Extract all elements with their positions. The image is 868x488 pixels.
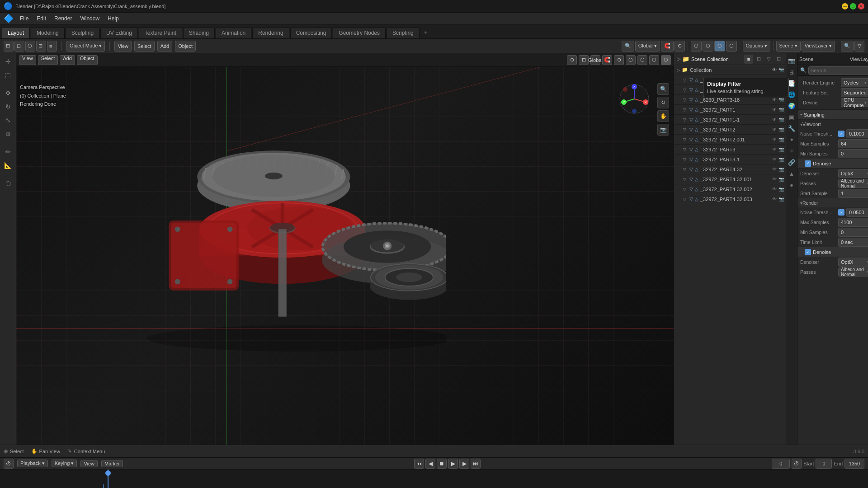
tab-animation[interactable]: Animation — [216, 27, 251, 38]
view-layer-selector[interactable]: ViewLayer ▾ — [802, 41, 835, 52]
menu-window[interactable]: Window — [76, 14, 103, 23]
item-vis-icon[interactable]: 👁 — [772, 107, 777, 112]
constraints-props-icon[interactable]: 🔗 — [786, 157, 797, 168]
menu-help[interactable]: Help — [104, 14, 123, 23]
pan-icon[interactable]: ✋ — [657, 110, 669, 122]
output-props-icon[interactable]: 🖨 — [786, 66, 797, 77]
item-vis-icon[interactable]: 👁 — [772, 167, 777, 172]
item-render-icon[interactable]: 📷 — [778, 177, 784, 182]
tool-icon-1[interactable]: 🔍 — [622, 41, 634, 52]
tab-rendering[interactable]: Rendering — [252, 27, 289, 38]
timeline-track[interactable]: -300 -200 -100 0 100 200 300 400 500 600… — [0, 469, 868, 488]
viewport-icon-1[interactable]: ⊙ — [567, 55, 577, 65]
stop-btn[interactable]: ⏹ — [437, 459, 447, 469]
options-btn[interactable]: Options ▾ — [743, 41, 770, 52]
search-icon-btn[interactable]: 🔍 — [841, 41, 854, 52]
select-menu-vp[interactable]: Select — [38, 55, 58, 65]
go-start-btn[interactable]: ⏮ — [414, 459, 424, 469]
outliner-item--32972-part4-32[interactable]: ▽ ▽ △ _32972_PART4-32 👁 📷 — [674, 164, 786, 174]
particles-props-icon[interactable]: ✦ — [786, 134, 797, 145]
current-frame-field[interactable]: 0 — [772, 459, 790, 469]
select-menu[interactable]: Select — [134, 41, 155, 52]
shading-solid[interactable]: ⬡ — [637, 55, 647, 65]
outliner-icon-1[interactable]: ≡ — [744, 55, 753, 64]
item-vis-icon[interactable]: 👁 — [772, 87, 777, 92]
tab-modeling[interactable]: Modeling — [31, 27, 65, 38]
item-vis-icon[interactable]: 👁 — [772, 117, 777, 122]
add-menu[interactable]: Add — [157, 41, 173, 52]
outliner-item--32972-part4-32-001[interactable]: ▽ ▽ △ _32972_PART4-32.001 👁 📷 — [674, 174, 786, 184]
navigation-gizmo[interactable]: Z X Y — [618, 83, 650, 115]
item-render-icon[interactable]: 📷 — [778, 137, 784, 142]
start-sample-value[interactable]: 1 — [838, 189, 868, 198]
viewport-shading-1[interactable]: ⬡ — [691, 41, 702, 52]
orbit-icon[interactable]: ↻ — [657, 97, 669, 108]
noise-thresh-vp-value[interactable]: 0.1000 — [846, 129, 868, 138]
item-render-icon[interactable]: 📷 — [778, 127, 784, 132]
icon-btn-4[interactable]: ⊡ — [36, 41, 46, 52]
passes-vp-dropdown[interactable]: Albedo and Normal ▾ — [838, 179, 868, 188]
outliner-icon-2[interactable]: ⊞ — [754, 55, 763, 64]
tab-sculpting[interactable]: Sculpting — [66, 27, 99, 38]
playhead[interactable] — [108, 469, 108, 488]
measure-icon[interactable]: 📐 — [2, 159, 14, 172]
transform-icon[interactable]: ⊕ — [2, 127, 14, 140]
menu-file[interactable]: File — [16, 14, 32, 23]
scale-icon[interactable]: ⤡ — [2, 114, 14, 127]
item-render-icon[interactable]: 📷 — [778, 87, 784, 92]
item-render-icon[interactable]: 📷 — [778, 77, 784, 82]
denoise-vp-checkbox[interactable]: ✓ — [805, 160, 811, 167]
keying-dropdown[interactable]: Keying ▾ — [52, 460, 77, 467]
prev-frame-btn[interactable]: ◀ — [425, 459, 435, 469]
denoise-r-header[interactable]: ✓ Denoise — [797, 247, 868, 257]
tab-shading[interactable]: Shading — [183, 27, 215, 38]
zoom-in-icon[interactable]: 🔍 — [657, 83, 669, 95]
outliner-item--32972-part3[interactable]: ▽ ▽ △ _32972_PART3 👁 📷 — [674, 145, 786, 155]
camera-view-icon[interactable]: 📷 — [657, 124, 669, 136]
filter-icon-btn[interactable]: ▽ — [854, 41, 864, 52]
item-vis-icon[interactable]: 👁 — [772, 77, 777, 82]
max-samples-vp-value[interactable]: 64 — [838, 139, 868, 148]
next-frame-btn[interactable]: ▶ — [459, 459, 469, 469]
outliner-item--32972-part2[interactable]: ▽ ▽ △ _32972_PART2 👁 📷 — [674, 125, 786, 135]
global-orientation[interactable]: Global ▾ — [635, 41, 660, 52]
item-render-icon[interactable]: 📷 — [778, 147, 784, 152]
denoise-vp-header[interactable]: ✓ Denoise — [797, 159, 868, 169]
select-box-icon[interactable]: ⬚ — [2, 69, 14, 81]
render-props-search-input[interactable] — [808, 66, 868, 75]
snap-vp[interactable]: 🧲 — [602, 55, 612, 65]
icon-btn-5[interactable]: ≡ — [47, 41, 57, 52]
cursor-icon[interactable]: ✛ — [2, 55, 14, 68]
outliner-item--32972-part3-1[interactable]: ▽ ▽ △ _32972_PART3-1 👁 📷 — [674, 155, 786, 164]
data-props-icon[interactable]: ▲ — [786, 168, 797, 179]
device-dropdown[interactable]: GPU Compute ▾ — [841, 98, 868, 107]
sampling-section-header[interactable]: ▾ Sampling ≡ — [797, 110, 868, 120]
outliner-item--6230-part2-1[interactable]: ▽ ▽ △ _6230_PART2-1 👁 📷 — [674, 85, 786, 95]
shading-wire[interactable]: ⬡ — [626, 55, 636, 65]
max-samples-r-value[interactable]: 4100 — [838, 218, 868, 227]
noise-thresh-r-value[interactable]: 0.0500 — [846, 208, 868, 217]
item-render-icon[interactable]: 📷 — [778, 97, 784, 102]
item-vis-icon[interactable]: 👁 — [772, 127, 777, 132]
outliner-item--32972-part2-001[interactable]: ▽ ▽ △ _32972_PART2.001 👁 📷 — [674, 135, 786, 145]
item-vis-icon[interactable]: 👁 — [772, 187, 777, 192]
tab-texture-paint[interactable]: Texture Paint — [139, 27, 182, 38]
viewport-shading-3[interactable]: ⬡ — [714, 41, 725, 52]
item-render-icon[interactable]: 📷 — [778, 187, 784, 192]
outliner-item--6230-part2[interactable]: ▽ ▽ △ _6230_PART2 👁 📷 — [674, 75, 786, 85]
tab-layout[interactable]: Layout — [2, 27, 30, 38]
viewport-shading-2[interactable]: ⬡ — [703, 41, 713, 52]
menu-edit[interactable]: Edit — [33, 14, 50, 23]
physics-props-icon[interactable]: ⚛ — [786, 145, 797, 156]
scene-selector[interactable]: Scene ▾ — [776, 41, 801, 52]
icon-btn-1[interactable]: ⊞ — [4, 41, 14, 52]
view-menu-vp[interactable]: View — [19, 55, 36, 65]
noise-thresh-vp-checkbox[interactable]: ✓ — [838, 131, 844, 137]
material-props-icon[interactable]: ● — [786, 179, 797, 190]
object-menu[interactable]: Object — [175, 41, 196, 52]
shading-render[interactable]: ⬡ — [661, 55, 671, 65]
tab-scripting[interactable]: Scripting — [387, 27, 420, 38]
snap-icon[interactable]: 🧲 — [661, 41, 674, 52]
render-icon[interactable]: 📷 — [778, 67, 784, 72]
denoiser-vp-dropdown[interactable]: OptiX ▾ — [838, 169, 868, 178]
